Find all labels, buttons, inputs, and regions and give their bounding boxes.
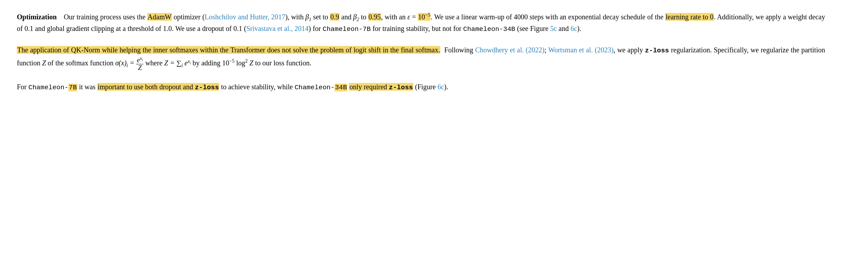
beta1-val-highlight: 0.9 xyxy=(330,13,339,21)
qknorm-highlight: The application of QK-Norm while helping… xyxy=(17,46,440,54)
zloss-ref3: z-loss xyxy=(389,84,413,91)
qknorm-paragraph: The application of QK-Norm while helping… xyxy=(17,45,825,72)
optimization-paragraph: Optimization Our training process uses t… xyxy=(17,11,825,35)
fig6c-link2[interactable]: 6c xyxy=(438,83,444,91)
adamw-highlight: AdamW xyxy=(147,13,172,21)
epsilon-val-highlight: 10−5 xyxy=(418,13,431,21)
beta2-symbol: β2 xyxy=(353,13,359,21)
optimization-section: Optimization Our training process uses t… xyxy=(17,11,825,35)
epsilon-symbol: ε xyxy=(407,13,410,21)
Z-definition: Z = ∑i exi xyxy=(164,59,191,67)
optimization-label: Optimization xyxy=(17,13,57,21)
beta1-symbol: β1 xyxy=(305,13,311,21)
chameleon7b-num-highlight: 7B xyxy=(69,84,77,91)
where-text: where xyxy=(145,59,164,67)
main-content: Optimization Our training process uses t… xyxy=(17,11,825,93)
qknorm-section: The application of QK-Norm while helping… xyxy=(17,45,825,72)
zloss-ref1: z-loss xyxy=(645,47,669,54)
chameleon-paragraph: For Chameleon-7B it was important to use… xyxy=(17,82,825,93)
fig6c-link1[interactable]: 6c xyxy=(570,25,577,32)
chameleon7b-ref1: Chameleon-7B xyxy=(323,25,371,33)
loshchilov-link[interactable]: Loshchilov and Hutter, 2017 xyxy=(205,13,285,21)
chameleon34b-ref1: Chameleon-34B xyxy=(463,25,515,33)
chameleon34b-ref2: Chameleon-34B xyxy=(294,84,347,91)
fig5c-link[interactable]: 5c xyxy=(550,25,557,32)
chameleon-important-highlight: important to use both dropout and z-loss xyxy=(97,83,219,91)
only-required-highlight: only required z-loss xyxy=(349,83,413,91)
beta2-val-highlight: 0.95 xyxy=(368,13,381,21)
chowdhery-link[interactable]: Chowdhery et al. (2022) xyxy=(475,46,544,54)
zloss-ref2: z-loss xyxy=(195,84,219,91)
chameleon7b-ref2: Chameleon-7B xyxy=(28,84,77,91)
srivastava-link[interactable]: Srivastava et al., 2014 xyxy=(246,25,309,32)
chameleon-section: For Chameleon-7B it was important to use… xyxy=(17,82,825,93)
wortsman-link[interactable]: Wortsman et al. (2023) xyxy=(548,46,614,54)
chameleon34b-highlight: 34B xyxy=(335,84,347,91)
Z-symbol: Z xyxy=(42,59,46,67)
learning-rate-highlight: learning rate to 0 xyxy=(665,13,714,21)
softmax-formula: σ(x)i = exi Z xyxy=(115,59,145,67)
